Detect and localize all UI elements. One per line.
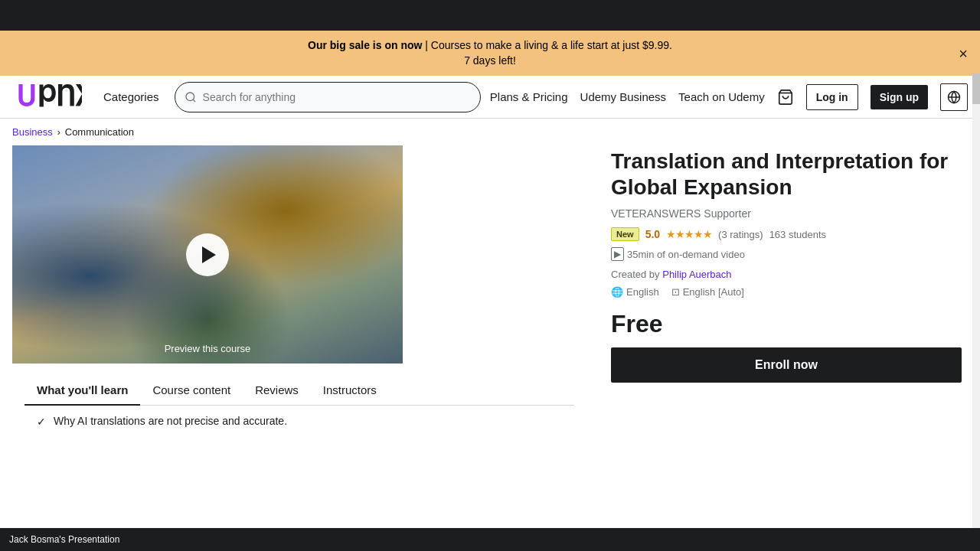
udemy-logo[interactable] [12, 84, 82, 110]
course-title: Translation and Interpretation for Globa… [611, 148, 962, 200]
banner-regular-text: | Courses to make a living & a life star… [422, 39, 672, 51]
caption-item: ⊡ English [Auto] [671, 286, 744, 298]
video-meta: ▶ 35min of on-demand video [611, 247, 745, 261]
breadcrumb: Business › Communication [0, 119, 980, 145]
price: Free [611, 310, 962, 338]
banner-days-left: 7 days left! [464, 54, 516, 67]
new-badge: New [611, 227, 639, 241]
language-item: 🌐 English [611, 286, 659, 298]
instructor-link[interactable]: Philip Auerbach [662, 269, 731, 280]
login-button[interactable]: Log in [806, 84, 858, 110]
taskbar-label: Jack Bosma's Presentation [9, 534, 119, 545]
rating-score: 5.0 [645, 228, 660, 240]
checkmark-icon: ✓ [37, 416, 46, 428]
udemy-business-link[interactable]: Udemy Business [580, 90, 667, 103]
svg-point-0 [186, 93, 194, 101]
search-bar [175, 82, 481, 112]
star-rating: ★★★★★ [666, 228, 712, 240]
course-layout: Preview this course What you'll learn Co… [0, 145, 980, 551]
tab-what-youll-learn[interactable]: What you'll learn [24, 376, 140, 406]
navbar: Categories Plans & Pricing Udemy Busines… [0, 76, 980, 119]
scrollbar[interactable] [972, 73, 980, 551]
signup-button[interactable]: Sign up [871, 85, 928, 109]
categories-button[interactable]: Categories [97, 87, 165, 106]
caption-text: English [Auto] [683, 286, 744, 298]
scrollbar-thumb[interactable] [972, 73, 980, 104]
course-meta: New 5.0 ★★★★★ (3 ratings) 163 students ▶… [611, 227, 962, 261]
plans-pricing-link[interactable]: Plans & Pricing [490, 90, 568, 103]
play-button[interactable] [186, 233, 229, 276]
breadcrumb-separator: › [57, 127, 60, 138]
banner-bold-text: Our big sale is on now [308, 39, 422, 51]
language-text: English [626, 286, 659, 298]
search-icon [185, 91, 197, 103]
taskbar: Jack Bosma's Presentation [0, 528, 980, 551]
course-right-panel: Translation and Interpretation for Globa… [605, 145, 980, 551]
video-duration: 35min of on-demand video [627, 249, 745, 260]
caption-icon: ⊡ [671, 286, 680, 298]
tab-reviews[interactable]: Reviews [243, 376, 311, 406]
tabs-section: What you'll learn Course content Reviews… [12, 364, 586, 437]
created-by: Created by Philip Auerbach [611, 269, 962, 280]
top-strip [0, 0, 980, 31]
course-left-panel: Preview this course What you'll learn Co… [0, 145, 605, 551]
globe-icon [947, 90, 961, 104]
cart-button[interactable] [777, 89, 794, 106]
tab-course-content[interactable]: Course content [140, 376, 243, 406]
created-by-label: Created by [611, 269, 660, 280]
breadcrumb-communication: Communication [65, 126, 134, 138]
language-button[interactable] [940, 83, 968, 111]
promotional-banner: Our big sale is on now | Courses to make… [0, 31, 980, 76]
preview-label: Preview this course [165, 343, 251, 354]
cart-icon [777, 89, 794, 106]
teach-link[interactable]: Teach on Udemy [678, 90, 765, 103]
tab-instructors[interactable]: Instructors [311, 376, 389, 406]
breadcrumb-business[interactable]: Business [12, 126, 53, 138]
search-input[interactable] [203, 91, 471, 103]
learn-item-text: Why AI translations are not precise and … [54, 415, 287, 427]
banner-close-button[interactable]: × [959, 46, 968, 61]
rating-count: (3 ratings) [718, 229, 763, 240]
language-row: 🌐 English ⊡ English [Auto] [611, 286, 962, 298]
course-tabs: What you'll learn Course content Reviews… [24, 376, 574, 406]
enroll-button[interactable]: Enroll now [611, 347, 962, 383]
learn-item: ✓ Why AI translations are not precise an… [24, 406, 574, 437]
video-icon: ▶ [611, 247, 624, 261]
language-globe-icon: 🌐 [611, 286, 623, 298]
nav-links: Plans & Pricing Udemy Business Teach on … [490, 83, 968, 111]
video-preview[interactable]: Preview this course [12, 145, 403, 364]
student-count: 163 students [769, 229, 826, 240]
instructor-org: VETERANSWERS Supporter [611, 207, 962, 220]
